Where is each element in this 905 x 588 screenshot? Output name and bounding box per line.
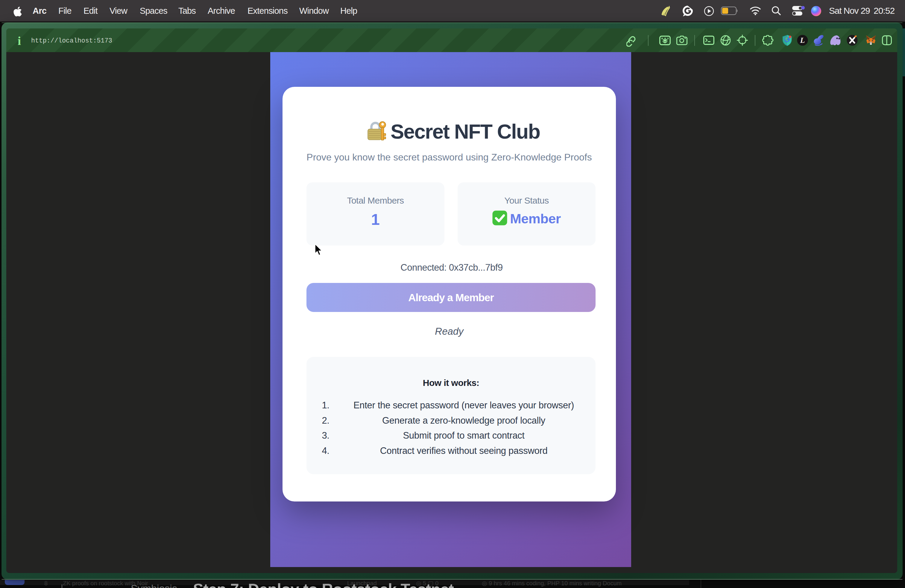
svg-text:L: L xyxy=(800,36,805,44)
